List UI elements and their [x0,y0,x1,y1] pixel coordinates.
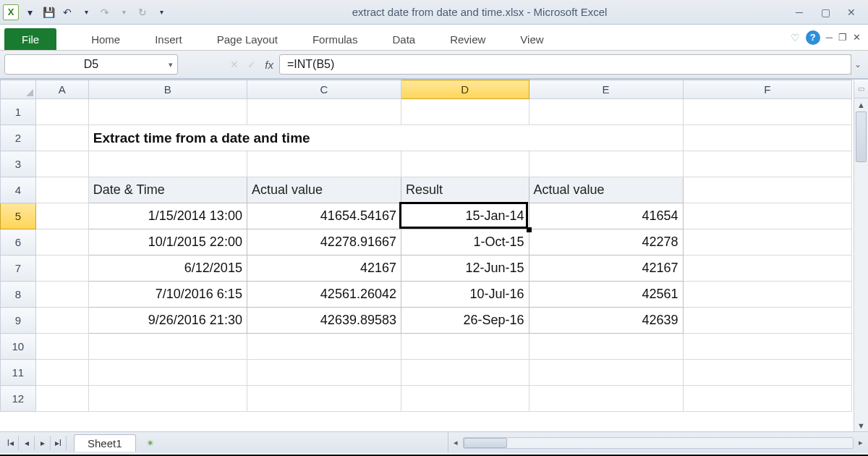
cell[interactable] [88,360,247,386]
first-sheet-icon[interactable]: I◂ [3,436,19,450]
cell[interactable] [35,282,88,308]
row-header[interactable]: 2 [1,125,36,151]
repeat-icon[interactable]: ↻ [135,4,150,20]
table-header[interactable]: Actual value [529,177,683,203]
hscroll-track[interactable] [463,437,854,449]
cell[interactable] [683,229,851,256]
last-sheet-icon[interactable]: ▸I [51,436,67,450]
qat-dropdown-icon[interactable]: ▾ [22,4,38,20]
save-icon[interactable]: 💾 [41,4,56,20]
cell[interactable] [35,360,88,386]
tab-formulas[interactable]: Formulas [295,28,375,50]
active-cell[interactable]: 15-Jan-14 [401,203,529,229]
cell[interactable] [35,386,88,412]
cell[interactable] [35,151,88,177]
tab-review[interactable]: Review [433,28,503,50]
cell[interactable] [683,256,851,282]
cell[interactable] [683,99,851,125]
cell[interactable] [247,99,401,125]
next-sheet-icon[interactable]: ▸ [35,436,51,450]
cell[interactable] [35,334,88,360]
cell[interactable] [529,386,683,412]
cell[interactable] [401,386,529,412]
cell[interactable] [683,151,851,177]
table-header[interactable]: Actual value [247,177,401,203]
scroll-right-icon[interactable]: ▸ [854,438,868,447]
scroll-left-icon[interactable]: ◂ [448,438,463,447]
col-header-B[interactable]: B [88,80,247,99]
row-header[interactable]: 10 [1,334,36,360]
cell[interactable] [683,386,851,412]
table-cell[interactable]: 41654.54167 [247,203,401,229]
row-header[interactable]: 3 [1,151,36,177]
cell[interactable] [35,256,88,282]
cell[interactable] [529,99,683,125]
horizontal-scrollbar[interactable]: ◂ ▸ [448,432,868,453]
qat-customize-icon[interactable]: ▾ [153,4,169,20]
cell[interactable] [683,282,851,308]
maximize-icon[interactable]: ▢ [816,6,835,19]
table-cell[interactable]: 10-Jul-16 [401,282,529,308]
new-sheet-icon[interactable]: ✴ [142,436,159,449]
table-cell[interactable]: 9/26/2016 21:30 [88,308,247,334]
cell[interactable] [529,151,683,177]
worksheet[interactable]: A B C D E F 1 2 Extract time from a date… [0,79,868,432]
table-cell[interactable]: 42561.26042 [247,282,401,308]
cell[interactable] [35,308,88,334]
cell[interactable] [88,151,247,177]
cell[interactable] [683,360,851,386]
cell[interactable] [247,334,401,360]
hscroll-thumb[interactable] [464,438,507,448]
file-tab[interactable]: File [4,28,56,50]
cell[interactable] [35,177,88,203]
cell[interactable] [88,99,247,125]
cell[interactable] [35,203,88,229]
cell[interactable] [247,151,401,177]
row-header[interactable]: 5 [1,203,36,229]
col-header-D[interactable]: D [401,80,529,99]
cell[interactable] [247,386,401,412]
table-cell[interactable]: 1/15/2014 13:00 [88,203,247,229]
cell[interactable] [247,360,401,386]
table-cell[interactable]: 42167 [529,256,683,282]
table-cell[interactable]: 6/12/2015 [88,256,247,282]
cell[interactable] [529,360,683,386]
table-header[interactable]: Result [401,177,529,203]
tab-insert[interactable]: Insert [137,28,200,50]
table-cell[interactable]: 42278 [529,229,683,256]
table-header[interactable]: Date & Time [88,177,247,203]
cell[interactable] [35,99,88,125]
formula-input[interactable]: =INT(B5) [279,54,851,75]
table-cell[interactable]: 41654 [529,203,683,229]
row-header[interactable]: 1 [1,99,36,125]
help-icon[interactable]: ? [806,30,820,45]
cell[interactable] [529,334,683,360]
table-cell[interactable]: 12-Jun-15 [401,256,529,282]
cell[interactable] [35,229,88,256]
table-cell[interactable]: 42639 [529,308,683,334]
col-header-F[interactable]: F [683,80,851,99]
col-header-C[interactable]: C [247,80,401,99]
cell[interactable] [88,334,247,360]
cell[interactable] [401,151,529,177]
doc-minimize-icon[interactable]: ─ [826,32,833,43]
formula-expand-icon[interactable]: ⌄ [851,54,864,75]
row-header[interactable]: 9 [1,308,36,334]
doc-close-icon[interactable]: ✕ [853,32,861,43]
doc-restore-icon[interactable]: ❐ [838,32,847,43]
heading-cell[interactable]: Extract time from a date and time [88,125,683,151]
close-icon[interactable]: ✕ [842,6,861,19]
col-header-A[interactable]: A [35,80,88,99]
undo-icon[interactable]: ↶ [59,4,75,20]
split-handle-icon[interactable]: ▭ [854,80,868,98]
cancel-formula-icon[interactable]: ✕ [230,59,239,70]
ribbon-minimize-icon[interactable]: ♡ [791,32,800,43]
sheet-tab-active[interactable]: Sheet1 [74,434,136,452]
cell[interactable] [401,99,529,125]
redo-icon[interactable]: ↷ [97,4,113,20]
row-header[interactable]: 12 [1,386,36,412]
name-box[interactable]: D5 ▾ [4,54,178,75]
select-all-corner[interactable] [1,80,36,99]
table-cell[interactable]: 42167 [247,256,401,282]
table-cell[interactable]: 42561 [529,282,683,308]
